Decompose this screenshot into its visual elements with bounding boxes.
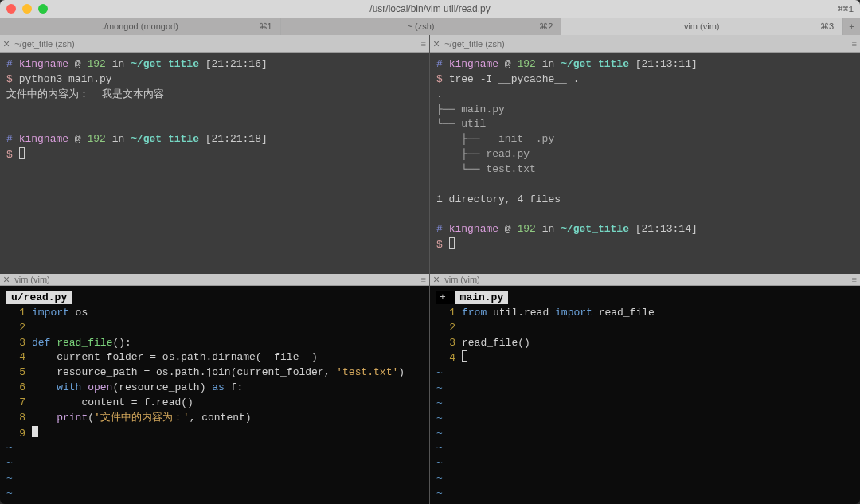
- pane-tab-label: ~/get_title (zsh): [14, 39, 75, 49]
- prompt-host: 192: [517, 223, 535, 235]
- tree-line: └── test.txt: [436, 163, 536, 175]
- stdout-line: 文件中的内容为： 我是文本内容: [6, 88, 164, 100]
- code: '文件中的内容为：': [94, 412, 190, 424]
- command: tree -I __pycache__ .: [449, 73, 580, 85]
- vim-file-tab: main.py: [455, 291, 509, 304]
- menu-icon[interactable]: ≡: [852, 275, 857, 284]
- pane-top-right[interactable]: × ~/get_title (zsh) ≡ # kingname @ 192 i…: [430, 35, 860, 274]
- line-number: 3: [436, 336, 462, 351]
- prompt-path: ~/get_title: [561, 223, 629, 235]
- tree-line: └── util: [436, 118, 486, 130]
- prompt-host: 192: [517, 58, 535, 70]
- close-icon[interactable]: ×: [433, 38, 440, 49]
- code: 'test.txt': [336, 366, 398, 378]
- tab-shortcut: ⌘3: [820, 21, 834, 32]
- code: (: [88, 412, 94, 424]
- code: os: [76, 307, 88, 318]
- code: resource_path = os.path.join(current_fol…: [32, 366, 336, 378]
- vim-editor[interactable]: + main.py 1from util.read import read_fi…: [430, 286, 860, 504]
- vim-editor[interactable]: u/read.py 1import os 2 3def read_file():…: [0, 286, 429, 504]
- tree-line: ├── __init__.py: [436, 133, 554, 145]
- tab-zsh[interactable]: ~ (zsh) ⌘2: [281, 18, 562, 35]
- code: import: [32, 307, 76, 318]
- code: ): [398, 366, 405, 378]
- tree-summary: 1 directory, 4 files: [436, 193, 561, 205]
- tree-line: ├── read.py: [436, 148, 530, 160]
- pane-tab-label: ~/get_title (zsh): [444, 39, 505, 49]
- code: (resource_path): [112, 381, 212, 393]
- prompt-host: 192: [87, 133, 105, 145]
- vim-cursor: [32, 426, 38, 437]
- vim-modified-flag: +: [436, 291, 455, 304]
- code: as: [212, 381, 230, 393]
- menu-icon[interactable]: ≡: [421, 275, 426, 284]
- new-tab-button[interactable]: +: [842, 18, 860, 35]
- prompt-host: 192: [87, 58, 105, 70]
- tab-mongod[interactable]: ./mongod (mongod) ⌘1: [0, 18, 281, 35]
- prompt-path: ~/get_title: [131, 133, 199, 145]
- terminal-output[interactable]: # kingname @ 192 in ~/get_title [21:21:1…: [0, 53, 429, 274]
- menu-icon[interactable]: ≡: [421, 39, 426, 49]
- line-number: 1: [6, 306, 32, 321]
- code: open: [88, 381, 112, 393]
- tab-shortcut: ⌘1: [259, 21, 272, 32]
- command: python3 main.py: [19, 73, 112, 85]
- window-title: /usr/local/bin/vim util/read.py: [0, 3, 860, 14]
- code: util.read: [493, 307, 555, 318]
- terminal-output[interactable]: # kingname @ 192 in ~/get_title [21:13:1…: [430, 53, 860, 274]
- line-number: 1: [436, 306, 462, 321]
- tab-label: ./mongod (mongod): [102, 21, 178, 31]
- pane-tab-label: vim (vim): [444, 275, 480, 284]
- pane-tab-label: vim (vim): [14, 275, 50, 284]
- pane-bottom-right[interactable]: × vim (vim) ≡ + main.py 1from util.read …: [430, 274, 860, 504]
- code: import: [555, 307, 599, 318]
- code: from: [462, 307, 493, 318]
- line-number: 4: [6, 350, 32, 365]
- pane-tabbar: × vim (vim) ≡: [0, 274, 429, 286]
- titlebar: /usr/local/bin/vim util/read.py ⌘⌘1: [0, 0, 860, 18]
- code: content = f.read(): [32, 397, 194, 408]
- pane-top-left[interactable]: × ~/get_title (zsh) ≡ # kingname @ 192 i…: [0, 35, 429, 274]
- pane-bottom-left[interactable]: × vim (vim) ≡ u/read.py 1import os 2 3de…: [0, 274, 429, 504]
- menu-icon[interactable]: ≡: [852, 39, 857, 49]
- pane-tabbar: × ~/get_title (zsh) ≡: [430, 35, 860, 53]
- close-icon[interactable]: ×: [3, 38, 10, 49]
- prompt-path: ~/get_title: [561, 58, 629, 70]
- line-number: 7: [6, 396, 32, 411]
- terminal-tabs: ./mongod (mongod) ⌘1 ~ (zsh) ⌘2 vim (vim…: [0, 18, 860, 35]
- code: ():: [112, 337, 131, 349]
- prompt-time: [21:21:18]: [205, 133, 268, 145]
- code: read_file: [57, 337, 112, 349]
- vim-cursor: [462, 350, 467, 362]
- vim-file-tab: u/read.py: [6, 291, 72, 304]
- prompt-user: kingname: [19, 133, 68, 145]
- line-number: 2: [6, 321, 32, 336]
- cursor: [449, 237, 455, 249]
- tab-label: vim (vim): [684, 21, 720, 31]
- left-column: × ~/get_title (zsh) ≡ # kingname @ 192 i…: [0, 35, 430, 504]
- code: f:: [231, 381, 244, 393]
- line-number: 8: [6, 411, 32, 426]
- code: current_folder = os.path.dirname(__file_…: [32, 351, 318, 363]
- tree-line: .: [436, 88, 443, 100]
- code: with: [32, 381, 88, 393]
- line-number: 6: [6, 381, 32, 396]
- line-number: 5: [6, 365, 32, 381]
- tab-label: ~ (zsh): [408, 21, 435, 31]
- code: read_file: [599, 307, 655, 318]
- tree-line: ├── main.py: [436, 104, 505, 115]
- prompt-user: kingname: [19, 58, 68, 70]
- tab-shortcut: ⌘2: [539, 21, 553, 32]
- code: , content): [190, 412, 252, 424]
- close-icon[interactable]: ×: [3, 274, 10, 285]
- close-icon[interactable]: ×: [433, 274, 440, 285]
- line-number: 3: [6, 336, 32, 351]
- tab-vim[interactable]: vim (vim) ⌘3: [561, 18, 842, 35]
- line-number: 2: [436, 321, 462, 336]
- prompt-user: kingname: [449, 58, 498, 70]
- code: print: [32, 412, 88, 424]
- line-number: 9: [6, 427, 32, 442]
- line-number: 4: [436, 351, 462, 366]
- right-column: × ~/get_title (zsh) ≡ # kingname @ 192 i…: [430, 35, 860, 504]
- prompt-time: [21:13:14]: [635, 223, 698, 235]
